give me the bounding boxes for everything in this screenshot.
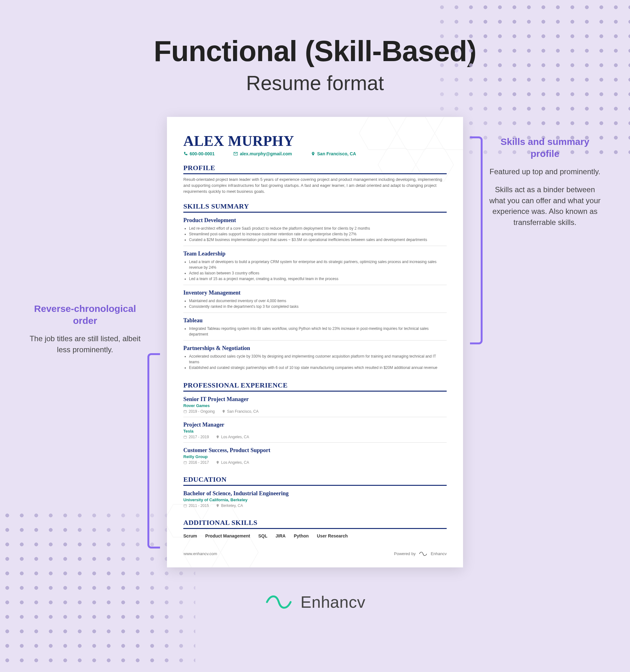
bracket-left (147, 353, 160, 549)
skill-tag: JIRA (276, 533, 286, 538)
skill-bullets: Accelerated outbound sales cycle by 330%… (189, 354, 447, 370)
location-icon (216, 461, 220, 464)
skill-group: TableauIntegrated Tableau reporting syst… (183, 317, 447, 341)
callout-skills: Skills and summary profile Featured up t… (488, 136, 602, 228)
exp-role: Customer Success, Product Support (183, 447, 447, 454)
brand-name: Enhancv (300, 593, 365, 611)
exp-loc: Los Angeles, CA (221, 435, 249, 439)
exp-meta: 2016 - 2017Los Angeles, CA (183, 460, 447, 465)
skill-bullet: Consistently ranked in the department's … (189, 304, 447, 309)
skill-title: Tableau (183, 317, 447, 324)
section-title: SKILLS SUMMARY (183, 202, 447, 213)
contact-phone: 600-00-0001 (190, 151, 215, 156)
skill-title: Product Development (183, 217, 447, 224)
skill-bullet: Acted as liaison between 3 country offic… (189, 270, 447, 276)
exp-org: Rover Games (183, 403, 447, 408)
callout-title: Reverse-chronological order (28, 303, 142, 327)
edu-degree: Bachelor of Science, Industrial Engineer… (183, 490, 447, 497)
exp-loc: Los Angeles, CA (221, 460, 249, 465)
brand-logo-icon (419, 551, 428, 557)
brand-logo-icon (265, 593, 293, 611)
exp-org: Reilly Group (183, 454, 447, 459)
section-title: ADDITIONAL SKILLS (183, 519, 447, 529)
edu-loc: Berkeley, CA (221, 503, 243, 508)
skill-tag: SQL (258, 533, 267, 538)
skill-title: Inventory Management (183, 290, 447, 296)
exp-dates: 2019 - Ongoing (189, 409, 215, 414)
page-title: Functional (Skill-Based) (0, 35, 630, 68)
skill-tag: Python (294, 533, 309, 538)
footer-brand: Enhancv (431, 551, 447, 556)
section-title: EDUCATION (183, 475, 447, 486)
resume-footer: www.enhancv.com Powered by Enhancv (183, 551, 447, 557)
svg-rect-10 (184, 436, 187, 438)
page-subtitle: Resume format (0, 72, 630, 95)
exp-meta: 2017 - 2019Los Angeles, CA (183, 435, 447, 439)
bracket-right (470, 137, 483, 344)
skill-bullet: Accelerated outbound sales cycle by 330%… (189, 354, 447, 365)
exp-loc: San Francisco, CA (227, 409, 259, 414)
skill-bullets: Integrated Tableau reporting system into… (189, 326, 447, 337)
experience-item: Senior IT Project ManagerRover Games2019… (183, 396, 447, 417)
section-experience: PROFESSIONAL EXPERIENCE Senior IT Projec… (183, 381, 447, 468)
experience-item: Project ManagerTesla2017 - 2019Los Angel… (183, 422, 447, 442)
callout-order: Reverse-chronological order The job titl… (28, 303, 142, 355)
skill-bullet: Curated a $2M business implementation pr… (189, 237, 447, 243)
location-icon (216, 435, 220, 439)
exp-role: Project Manager (183, 422, 447, 428)
skill-group: Team LeadershipLead a team of developers… (183, 250, 447, 285)
skill-bullet: Lead a team of developers to build a pro… (189, 259, 447, 270)
skill-bullet: Streamlined post-sales support to increa… (189, 231, 447, 237)
skill-tag: Product Management (205, 533, 250, 538)
skill-bullet: Led re-architect effort of a core SaaS p… (189, 225, 447, 231)
profile-text: Result-orientated project team leader wi… (183, 177, 447, 195)
location-icon (216, 504, 220, 507)
phone-icon (183, 151, 188, 156)
skill-bullets: Led re-architect effort of a core SaaS p… (189, 225, 447, 243)
resume-name: ALEX MURPHY (183, 133, 447, 149)
skill-tag: Scrum (183, 533, 197, 538)
location-icon (222, 410, 225, 413)
section-title: PROFESSIONAL EXPERIENCE (183, 381, 447, 392)
svg-rect-11 (184, 461, 187, 464)
skill-bullet: Led a team of 15 as a project manager, c… (189, 276, 447, 282)
section-profile: PROFILE Result-orientated project team l… (183, 164, 447, 195)
calendar-icon (183, 461, 187, 464)
skill-bullets: Lead a team of developers to build a pro… (189, 259, 447, 282)
skill-group: Partnerships & NegotiationAccelerated ou… (183, 345, 447, 374)
skill-title: Partnerships & Negotiation (183, 345, 447, 352)
skill-tag: User Research (317, 533, 348, 538)
skill-bullet: Maintained and documented inventory of o… (189, 298, 447, 304)
skill-group: Product DevelopmentLed re-architect effo… (183, 217, 447, 246)
exp-dates: 2017 - 2019 (189, 435, 209, 439)
exp-meta: 2019 - OngoingSan Francisco, CA (183, 409, 447, 414)
skill-bullets: Maintained and documented inventory of o… (189, 298, 447, 309)
section-title: PROFILE (183, 164, 447, 174)
location-icon (311, 151, 315, 156)
page-brand: Enhancv (0, 593, 630, 611)
section-education: EDUCATION Bachelor of Science, Industria… (183, 475, 447, 511)
contact-email: alex.murphy@gmail.com (240, 151, 292, 156)
skill-title: Team Leadership (183, 250, 447, 257)
callout-body: Featured up top and prominently. (488, 166, 602, 177)
callout-body: The job titles are still listed, albeit … (28, 333, 142, 355)
exp-org: Tesla (183, 429, 447, 433)
email-icon (234, 151, 238, 156)
svg-rect-12 (184, 504, 187, 507)
section-additional: ADDITIONAL SKILLS ScrumProduct Managemen… (183, 519, 447, 538)
svg-rect-9 (184, 410, 187, 413)
edu-dates: 2011 - 2015 (189, 503, 209, 508)
section-skills: SKILLS SUMMARY Product DevelopmentLed re… (183, 202, 447, 374)
resume-contact: 600-00-0001 alex.murphy@gmail.com San Fr… (183, 151, 447, 156)
skill-group: Inventory ManagementMaintained and docum… (183, 290, 447, 313)
callout-title: Skills and summary profile (488, 136, 602, 160)
skill-bullet: Established and curated strategic partne… (189, 365, 447, 370)
footer-site: www.enhancv.com (183, 551, 217, 556)
exp-dates: 2016 - 2017 (189, 460, 209, 465)
calendar-icon (183, 410, 187, 413)
contact-location: San Francisco, CA (317, 151, 356, 156)
resume-document: Skills and summary profile Featured up t… (167, 117, 463, 568)
skill-bullet: Integrated Tableau reporting system into… (189, 326, 447, 337)
calendar-icon (183, 504, 187, 507)
callout-body: Skills act as a binder between what you … (488, 184, 602, 228)
